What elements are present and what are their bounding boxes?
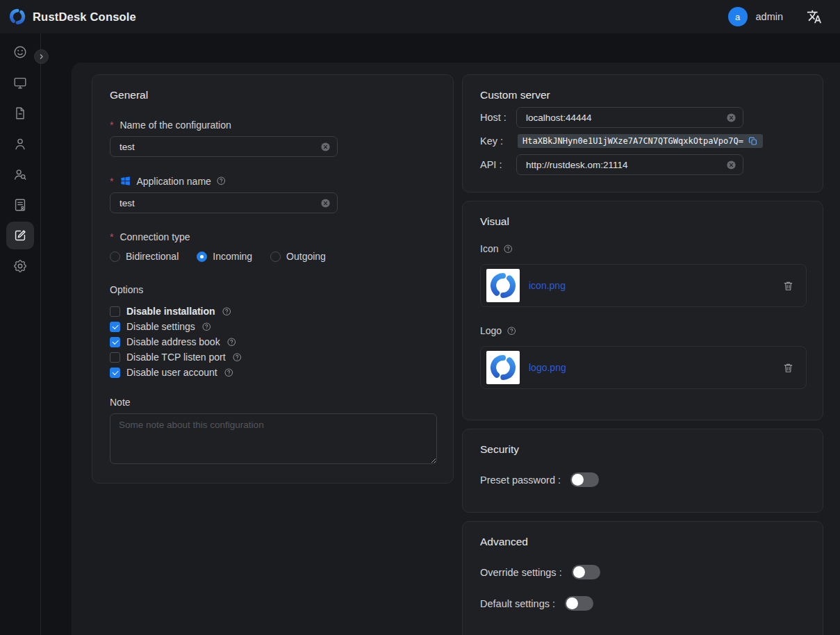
trash-icon[interactable] <box>782 362 794 374</box>
monitor-icon <box>13 75 28 90</box>
clear-icon[interactable] <box>320 198 331 208</box>
options-label: Options <box>110 284 436 295</box>
custom-server-card: Custom server Host : Key : HtaXBkJNHyn0e… <box>462 74 823 192</box>
app-name-input[interactable] <box>110 192 338 213</box>
api-input[interactable] <box>516 154 743 175</box>
clear-icon[interactable] <box>320 142 331 152</box>
advanced-card: Advanced Override settings : Default set… <box>462 521 823 635</box>
logo-file-link[interactable]: logo.png <box>529 362 566 373</box>
api-label: API : <box>480 159 516 170</box>
radio-button[interactable] <box>197 251 207 262</box>
connection-type-label: * Connection type <box>110 231 436 242</box>
user-icon <box>13 136 28 151</box>
default-settings-row: Default settings : <box>480 596 805 611</box>
api-input-field[interactable] <box>526 160 722 170</box>
sidebar-item-devices[interactable] <box>6 69 34 97</box>
option-disable-settings[interactable]: Disable settings <box>110 319 436 334</box>
required-asterisk: * <box>110 231 113 242</box>
icon-file-link[interactable]: icon.png <box>529 280 566 291</box>
sidebar-item-groups[interactable] <box>6 160 34 188</box>
checkbox[interactable] <box>110 337 120 347</box>
config-name-input-field[interactable] <box>120 142 316 152</box>
user-menu[interactable]: a admin <box>728 7 784 26</box>
username: admin <box>756 11 784 22</box>
required-asterisk: * <box>110 176 113 187</box>
help-icon[interactable] <box>227 337 237 347</box>
server-key-value: HtaXBkJNHyn0e1U1jWXze7A7CN7QTGWqxkOtpaVp… <box>518 134 763 148</box>
checkbox[interactable] <box>110 368 120 378</box>
radio-button[interactable] <box>110 251 120 262</box>
option-disable-tcp-listen-port[interactable]: Disable TCP listen port <box>110 349 436 365</box>
translate-icon[interactable] <box>807 9 822 24</box>
help-icon[interactable] <box>503 244 513 254</box>
sidebar-item-settings[interactable] <box>6 252 34 280</box>
copy-icon[interactable] <box>748 136 758 146</box>
toggle-knob <box>572 474 584 486</box>
security-card: Security Preset password : <box>462 429 823 513</box>
default-settings-toggle[interactable] <box>565 596 593 611</box>
visual-card: Visual Icon icon.png Logo <box>462 201 823 420</box>
preset-password-toggle[interactable] <box>570 472 599 487</box>
sidebar-item-audit[interactable] <box>6 191 34 219</box>
host-input-field[interactable] <box>526 113 722 123</box>
note-label: Note <box>110 397 436 408</box>
override-settings-label: Override settings : <box>480 567 562 578</box>
logo-label: Logo <box>480 325 805 336</box>
option-disable-address-book[interactable]: Disable address book <box>110 334 436 349</box>
sidebar-item-logs[interactable] <box>6 99 34 127</box>
help-icon[interactable] <box>216 176 227 186</box>
advanced-card-title: Advanced <box>480 536 805 548</box>
options-group: Disable installation Disable settings Di… <box>110 304 436 380</box>
sidebar-expand-button[interactable] <box>34 49 49 64</box>
checkbox[interactable] <box>110 352 120 363</box>
document-icon <box>13 106 28 121</box>
host-label: Host : <box>480 112 516 123</box>
host-row: Host : <box>480 107 805 128</box>
left-column: General * Name of the configuration * Ap… <box>92 74 454 492</box>
trash-icon[interactable] <box>782 280 794 292</box>
checkbox[interactable] <box>110 306 120 317</box>
toggle-knob <box>573 566 585 578</box>
app-name-label: * Application name <box>110 175 436 187</box>
windows-icon <box>120 175 131 187</box>
visual-card-title: Visual <box>480 215 805 228</box>
preset-password-row: Preset password : <box>480 472 805 487</box>
sidebar-item-users[interactable] <box>6 130 34 158</box>
radio-bidirectional[interactable]: Bidirectional <box>110 251 179 262</box>
clear-icon[interactable] <box>726 113 736 123</box>
edit-icon <box>13 228 28 243</box>
audit-log-icon <box>13 197 28 213</box>
note-textarea[interactable] <box>110 413 437 464</box>
sidebar-item-custom-clients[interactable] <box>6 222 34 249</box>
config-name-label: * Name of the configuration <box>110 119 436 131</box>
sidebar <box>0 33 41 635</box>
config-name-input[interactable] <box>110 136 338 157</box>
checkbox[interactable] <box>110 322 120 332</box>
radio-outgoing[interactable]: Outgoing <box>270 251 326 262</box>
option-disable-user-account[interactable]: Disable user account <box>110 365 436 380</box>
icon-file-row: icon.png <box>480 264 807 307</box>
smiley-icon <box>13 44 28 60</box>
rustdesk-logo-icon <box>488 271 518 300</box>
right-column: Custom server Host : Key : HtaXBkJNHyn0e… <box>462 74 823 635</box>
host-input[interactable] <box>516 107 743 128</box>
help-icon[interactable] <box>224 368 234 378</box>
override-settings-toggle[interactable] <box>572 565 600 579</box>
security-card-title: Security <box>480 443 805 456</box>
gear-icon <box>13 258 28 274</box>
general-card-title: General <box>110 89 436 101</box>
sidebar-item-dashboard[interactable] <box>6 38 34 66</box>
required-asterisk: * <box>110 119 113 131</box>
radio-incoming[interactable]: Incoming <box>197 251 252 262</box>
app-name-input-field[interactable] <box>120 198 316 208</box>
radio-button[interactable] <box>270 251 281 262</box>
avatar[interactable]: a <box>728 7 748 26</box>
help-icon[interactable] <box>222 306 232 317</box>
help-icon[interactable] <box>507 326 517 336</box>
user-search-icon <box>13 167 28 182</box>
help-icon[interactable] <box>232 352 242 363</box>
help-icon[interactable] <box>201 322 212 332</box>
option-disable-installation[interactable]: Disable installation <box>110 304 436 319</box>
rustdesk-logo-icon <box>8 8 26 26</box>
clear-icon[interactable] <box>726 160 736 170</box>
